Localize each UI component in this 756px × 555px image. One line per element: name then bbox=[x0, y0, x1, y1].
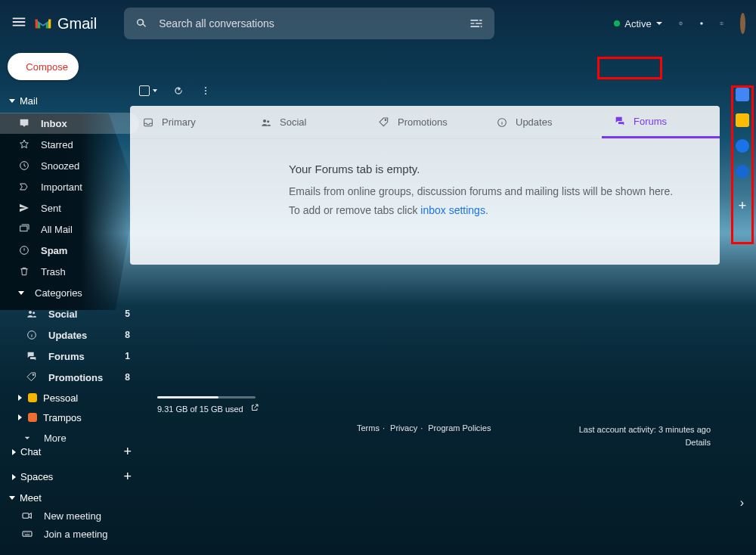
compose-button[interactable]: Compose bbox=[8, 53, 79, 80]
footer-activity: Last account activity: 3 minutes ago Det… bbox=[579, 423, 711, 448]
forum-icon bbox=[26, 350, 38, 362]
spaces-new-icon[interactable]: + bbox=[123, 469, 132, 485]
forum-icon bbox=[614, 115, 626, 127]
empty-line2: To add or remove tabs click inbox settin… bbox=[289, 201, 720, 220]
clock-icon bbox=[18, 160, 30, 172]
nav-spam[interactable]: Spam bbox=[0, 240, 144, 261]
empty-title: Your Forums tab is empty. bbox=[289, 159, 720, 179]
nav-cat-promotions[interactable]: Promotions8 bbox=[0, 367, 144, 388]
svg-point-9 bbox=[721, 24, 722, 25]
checkbox-icon bbox=[139, 85, 150, 96]
label-pessoal[interactable]: Pessoal bbox=[0, 388, 144, 408]
svg-point-4 bbox=[722, 22, 723, 23]
nav-categories[interactable]: Categories bbox=[0, 282, 144, 303]
people-icon bbox=[26, 308, 38, 320]
gmail-brand[interactable]: Gmail bbox=[33, 15, 97, 33]
tab-updates[interactable]: Updates bbox=[484, 106, 602, 138]
search-options-icon[interactable] bbox=[469, 16, 484, 31]
sidepanel-toggle[interactable]: › bbox=[740, 496, 744, 510]
select-all[interactable] bbox=[139, 85, 157, 96]
storage-bar: 9.31 GB of 15 GB used bbox=[130, 396, 720, 414]
meet-new[interactable]: New meeting bbox=[0, 507, 144, 525]
nav-allmail[interactable]: All Mail bbox=[0, 219, 144, 240]
refresh-icon[interactable] bbox=[172, 85, 184, 97]
help-icon[interactable] bbox=[679, 16, 683, 31]
inbox-panel: Primary Social Promotions Updates Forums… bbox=[130, 106, 720, 265]
svg-point-6 bbox=[721, 23, 722, 24]
important-icon bbox=[18, 181, 30, 193]
search-bar[interactable]: Search all conversations bbox=[124, 8, 494, 39]
svg-point-3 bbox=[721, 22, 722, 23]
nav-starred[interactable]: Starred bbox=[0, 134, 144, 155]
chat-new-icon[interactable]: + bbox=[123, 444, 132, 460]
svg-point-7 bbox=[722, 23, 723, 24]
annotation-box bbox=[731, 85, 754, 244]
more-icon[interactable] bbox=[200, 85, 212, 97]
nav-inbox[interactable]: Inbox bbox=[0, 113, 139, 134]
main-menu-icon[interactable] bbox=[11, 14, 27, 33]
label-trampos[interactable]: Trampos bbox=[0, 408, 144, 427]
nav-important[interactable]: Important bbox=[0, 176, 144, 197]
link-details[interactable]: Details bbox=[579, 436, 711, 449]
label-color-icon bbox=[28, 413, 37, 422]
nav-sent[interactable]: Sent bbox=[0, 197, 144, 219]
link-terms[interactable]: Terms bbox=[357, 423, 380, 433]
info-icon bbox=[26, 329, 38, 341]
account-avatar[interactable] bbox=[740, 13, 745, 34]
left-sidebar: Compose Mail Inbox Starred Snoozed Impor… bbox=[0, 47, 144, 555]
tag-icon bbox=[26, 371, 38, 383]
trash-icon bbox=[18, 265, 30, 278]
keyboard-icon bbox=[21, 528, 33, 540]
header: Gmail Search all conversations Active bbox=[0, 0, 756, 47]
tab-primary[interactable]: Primary bbox=[130, 106, 248, 138]
svg-point-26 bbox=[385, 119, 386, 120]
annotation-box bbox=[597, 57, 662, 79]
svg-point-22 bbox=[205, 93, 206, 95]
nav-trash[interactable]: Trash bbox=[0, 261, 144, 282]
status-chip[interactable]: Active bbox=[614, 18, 662, 29]
tab-promotions[interactable]: Promotions bbox=[366, 106, 484, 138]
section-mail[interactable]: Mail bbox=[0, 92, 144, 110]
section-spaces[interactable]: Spaces + bbox=[0, 464, 144, 489]
svg-point-20 bbox=[205, 87, 206, 88]
nav-snoozed[interactable]: Snoozed bbox=[0, 155, 144, 176]
settings-icon[interactable] bbox=[699, 16, 703, 31]
svg-point-2 bbox=[720, 22, 720, 23]
apps-icon[interactable] bbox=[720, 16, 723, 31]
nav-cat-updates[interactable]: Updates8 bbox=[0, 324, 144, 346]
nav-cat-forums[interactable]: Forums1 bbox=[0, 346, 144, 367]
svg-point-17 bbox=[33, 374, 34, 376]
link-policies[interactable]: Program Policies bbox=[428, 423, 491, 433]
footer-links: Terms· Privacy· Program Policies bbox=[355, 423, 492, 433]
compose-label: Compose bbox=[26, 61, 68, 73]
search-placeholder: Search all conversations bbox=[159, 17, 469, 29]
svg-point-8 bbox=[720, 24, 720, 25]
chevron-down-icon bbox=[18, 291, 24, 295]
section-chat[interactable]: Chat + bbox=[0, 439, 144, 464]
tag-icon bbox=[378, 116, 390, 129]
svg-point-10 bbox=[722, 24, 723, 25]
svg-rect-18 bbox=[23, 513, 29, 519]
category-tabs: Primary Social Promotions Updates Forums bbox=[130, 106, 720, 139]
svg-point-14 bbox=[29, 311, 32, 314]
chevron-right-icon bbox=[18, 395, 22, 401]
open-external-icon[interactable] bbox=[250, 403, 259, 412]
meet-join[interactable]: Join a meeting bbox=[0, 525, 144, 543]
main-area: Primary Social Promotions Updates Forums… bbox=[130, 76, 720, 414]
chevron-down-icon bbox=[656, 22, 662, 25]
chevron-right-icon bbox=[18, 414, 22, 420]
tab-forums[interactable]: Forums bbox=[602, 106, 720, 138]
inbox-settings-link[interactable]: inbox settings bbox=[420, 204, 485, 216]
svg-point-15 bbox=[33, 312, 35, 314]
section-meet[interactable]: Meet bbox=[0, 489, 144, 507]
svg-point-21 bbox=[205, 90, 206, 91]
nav-cat-social[interactable]: Social5 bbox=[0, 303, 144, 324]
tab-social[interactable]: Social bbox=[248, 106, 366, 138]
star-icon bbox=[18, 138, 30, 150]
status-dot-icon bbox=[614, 20, 620, 26]
send-icon bbox=[18, 202, 30, 214]
svg-point-5 bbox=[720, 23, 720, 24]
search-icon bbox=[135, 17, 148, 30]
svg-point-24 bbox=[263, 119, 266, 122]
link-privacy[interactable]: Privacy bbox=[390, 423, 417, 433]
